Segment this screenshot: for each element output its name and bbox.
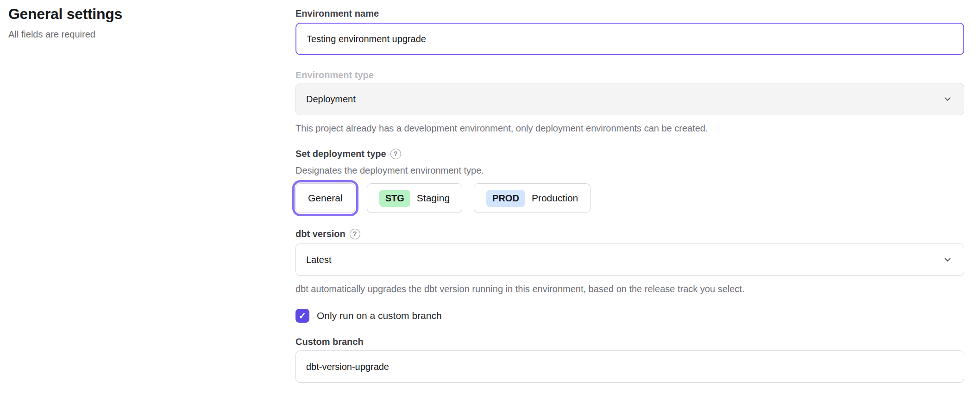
custom-branch-checkbox[interactable]: ✓	[295, 309, 309, 323]
dbt-version-value: Latest	[306, 255, 331, 265]
deployment-type-label: Set deployment type ?	[295, 148, 964, 160]
deployment-type-general-label: General	[308, 193, 343, 204]
chevron-down-icon	[942, 94, 953, 104]
deployment-type-production-label: Production	[532, 193, 578, 204]
environment-name-label: Environment name	[295, 7, 964, 19]
page-subtitle: All fields are required	[8, 29, 268, 40]
chevron-down-icon	[942, 255, 953, 265]
custom-branch-toggle-label: Only run on a custom branch	[317, 310, 442, 321]
environment-type-select[interactable]: Deployment	[295, 83, 964, 115]
dbt-version-label: dbt version ?	[295, 228, 964, 240]
environment-name-input[interactable]	[295, 23, 964, 55]
stg-badge: STG	[379, 190, 410, 207]
dbt-version-helper: dbt automatically upgrades the dbt versi…	[295, 283, 964, 295]
page-title: General settings	[8, 6, 268, 23]
deployment-type-general-button[interactable]: General	[295, 183, 355, 213]
environment-settings-form: Environment name Environment type Deploy…	[295, 0, 964, 383]
environment-type-value: Deployment	[306, 94, 356, 105]
custom-branch-input[interactable]	[295, 350, 964, 383]
prod-badge: PROD	[486, 190, 525, 207]
settings-header: General settings All fields are required	[8, 6, 268, 40]
deployment-type-production-button[interactable]: PROD Production	[474, 183, 591, 213]
help-icon[interactable]: ?	[390, 149, 401, 159]
environment-type-helper: This project already has a development e…	[295, 122, 964, 134]
checkmark-icon: ✓	[299, 311, 307, 320]
help-icon[interactable]: ?	[350, 229, 360, 239]
dbt-version-label-text: dbt version	[295, 228, 346, 240]
dbt-version-select[interactable]: Latest	[295, 244, 964, 276]
deployment-type-staging-button[interactable]: STG Staging	[367, 183, 462, 213]
deployment-type-label-text: Set deployment type	[295, 148, 386, 160]
custom-branch-label: Custom branch	[295, 336, 964, 348]
deployment-type-staging-label: Staging	[417, 193, 450, 204]
deployment-type-options: General STG Staging PROD Production	[295, 183, 964, 213]
deployment-type-description: Designates the deployment environment ty…	[295, 164, 964, 176]
environment-type-label: Environment type	[295, 69, 964, 81]
custom-branch-toggle-row: ✓ Only run on a custom branch	[295, 309, 964, 323]
